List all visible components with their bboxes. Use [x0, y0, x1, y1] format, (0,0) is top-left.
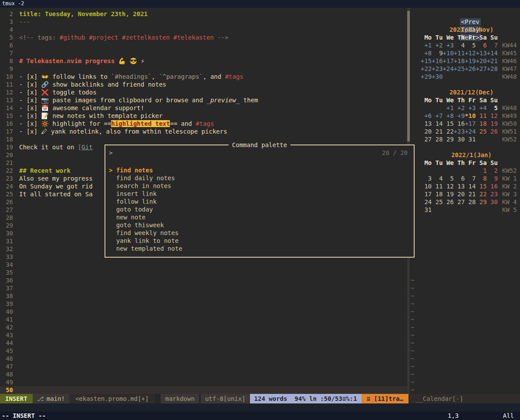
calendar-day[interactable]: 27: [454, 198, 465, 206]
calendar-day[interactable]: 21: [432, 128, 442, 135]
scrollbar-thumb[interactable]: [407, 11, 410, 141]
calendar-day[interactable]: 31: [421, 206, 432, 214]
editor-line[interactable]: 14- [x] 📅 awesome calendar support!: [0, 104, 407, 112]
calendar-day[interactable]: +1: [421, 41, 432, 49]
calendar-day[interactable]: 25: [432, 198, 442, 206]
palette-item[interactable]: search in notes: [105, 182, 414, 190]
editor-line[interactable]: 8# Telekasten.nvim progress 💪 😎 ⚡: [0, 57, 407, 65]
command-line[interactable]: :lua require('telekasten').panel(): [0, 403, 520, 412]
calendar-day[interactable]: +20: [476, 57, 486, 65]
calendar-day[interactable]: 8: [476, 175, 486, 182]
editor-line[interactable]: 47: [0, 363, 407, 370]
calendar-day[interactable]: +23: [432, 65, 442, 73]
calendar-day[interactable]: 16: [454, 120, 465, 128]
calendar-day[interactable]: 23: [487, 190, 498, 198]
calendar-day[interactable]: 1: [476, 167, 486, 175]
calendar-day[interactable]: 30: [454, 135, 465, 143]
calendar-day[interactable]: 22: [476, 190, 486, 198]
editor-line[interactable]: 2title: Tuesday, November 23th, 2021: [0, 10, 407, 18]
calendar-day[interactable]: 5: [443, 175, 454, 182]
editor-line[interactable]: 7: [0, 49, 407, 57]
calendar-day[interactable]: +28: [487, 65, 498, 73]
editor-line[interactable]: 16- [x] 🔆 highlight for ==highlighted te…: [0, 120, 407, 128]
calendar-day[interactable]: 21: [465, 190, 476, 198]
calendar-day[interactable]: 19: [487, 120, 498, 128]
calendar-prev-button[interactable]: <Prev: [460, 18, 481, 25]
editor-line[interactable]: 48: [0, 370, 407, 378]
editor-line[interactable]: 41: [0, 316, 407, 323]
calendar-day[interactable]: 5: [465, 41, 476, 49]
calendar-day[interactable]: +16: [432, 57, 442, 65]
calendar-day[interactable]: 13: [421, 120, 432, 128]
editor-line[interactable]: 36: [0, 276, 407, 284]
palette-item[interactable]: new note: [105, 213, 414, 221]
calendar-day[interactable]: 10: [421, 182, 432, 190]
calendar-day[interactable]: +23: [454, 128, 465, 135]
calendar-day[interactable]: 29: [476, 198, 486, 206]
calendar-day[interactable]: 18: [432, 190, 442, 198]
editor-line[interactable]: 35: [0, 269, 407, 276]
calendar-day[interactable]: 6: [476, 41, 486, 49]
calendar-day[interactable]: 18: [476, 120, 486, 128]
calendar-day[interactable]: 17: [421, 190, 432, 198]
calendar-day[interactable]: 26: [487, 128, 498, 135]
calendar-day[interactable]: +17: [443, 57, 454, 65]
calendar-day[interactable]: 20: [454, 190, 465, 198]
editor-line[interactable]: 17- [x] 🖊 yank notelink, also from wthin…: [0, 128, 407, 135]
calendar-day[interactable]: +9: [454, 112, 465, 120]
calendar-day[interactable]: 30: [487, 198, 498, 206]
calendar-day[interactable]: 19: [443, 190, 454, 198]
calendar-day[interactable]: 4: [432, 175, 442, 182]
palette-item[interactable]: goto today: [105, 205, 414, 213]
editor-line[interactable]: 34: [0, 261, 407, 269]
calendar-day[interactable]: +24: [465, 128, 476, 135]
editor-line[interactable]: 12- [x] ❌ toggle todos: [0, 88, 407, 96]
calendar-day[interactable]: 26: [443, 198, 454, 206]
calendar-day[interactable]: 22: [443, 128, 454, 135]
calendar-day[interactable]: 11: [476, 112, 486, 120]
editor-line[interactable]: 15- [x] 📝 new notes with template picker: [0, 112, 407, 120]
calendar-day[interactable]: +3: [443, 41, 454, 49]
calendar-day[interactable]: 16: [487, 182, 498, 190]
calendar-day[interactable]: +2: [454, 104, 465, 112]
palette-item[interactable]: follow link: [105, 198, 414, 205]
palette-input-row[interactable]: > 20 / 20: [105, 149, 414, 157]
palette-item[interactable]: yank link to note: [105, 237, 414, 245]
calendar-day[interactable]: *10: [465, 112, 476, 120]
editor-line[interactable]: 37: [0, 284, 407, 292]
calendar-day[interactable]: +2: [432, 41, 442, 49]
calendar-day[interactable]: +26: [465, 65, 476, 73]
calendar-day[interactable]: 5: [487, 104, 498, 112]
calendar-day[interactable]: 25: [476, 128, 486, 135]
calendar-day[interactable]: +12: [465, 49, 476, 57]
calendar-day[interactable]: 24: [421, 198, 432, 206]
calendar-day[interactable]: 15: [476, 182, 486, 190]
editor-line[interactable]: 9: [0, 65, 407, 73]
calendar-day[interactable]: +21: [487, 57, 498, 65]
calendar-day[interactable]: 15: [443, 120, 454, 128]
editor-line[interactable]: 4: [0, 26, 407, 34]
calendar-day[interactable]: 7: [465, 175, 476, 182]
palette-item[interactable]: >find notes: [105, 166, 414, 174]
calendar-day[interactable]: +22: [421, 65, 432, 73]
calendar-day[interactable]: 27: [421, 135, 432, 143]
calendar-day[interactable]: 14: [465, 182, 476, 190]
calendar-day[interactable]: 28: [432, 135, 442, 143]
palette-item[interactable]: find weekly notes: [105, 229, 414, 237]
editor-line[interactable]: 13- [x] 📷 paste images from clipboard or…: [0, 96, 407, 104]
editor-line[interactable]: 3---: [0, 18, 407, 26]
calendar-day[interactable]: 9: [432, 49, 442, 57]
calendar-day[interactable]: 14: [432, 120, 442, 128]
palette-item[interactable]: find daily notes: [105, 174, 414, 182]
calendar-day[interactable]: 6: [454, 175, 465, 182]
calendar-day[interactable]: 12: [443, 182, 454, 190]
calendar-day[interactable]: 7: [487, 41, 498, 49]
editor-line[interactable]: 39: [0, 300, 407, 308]
calendar-day[interactable]: +7: [432, 112, 442, 120]
editor-line[interactable]: 45: [0, 347, 407, 355]
calendar-day[interactable]: +15: [421, 57, 432, 65]
calendar-day[interactable]: 4: [454, 41, 465, 49]
calendar-day[interactable]: +11: [454, 49, 465, 57]
calendar-day[interactable]: +27: [476, 65, 486, 73]
calendar-day[interactable]: 29: [443, 135, 454, 143]
